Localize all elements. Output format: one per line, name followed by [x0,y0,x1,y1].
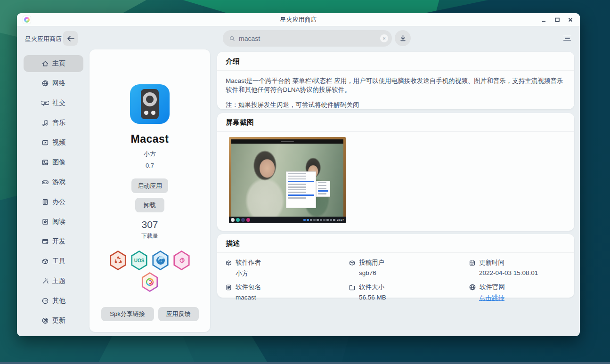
uninstall-button[interactable]: 卸载 [135,198,164,212]
search-input[interactable] [239,35,380,42]
app-version: 0.7 [146,162,154,169]
video-icon [41,139,49,146]
hamburger-menu-icon[interactable] [560,31,575,45]
globe-icon [41,80,49,87]
launch-app-button[interactable]: 启动应用 [131,178,168,193]
detail-item: 软件官网点击跳转 [469,283,566,302]
close-button[interactable] [565,14,576,25]
download-manager-button[interactable] [395,30,411,46]
minimize-button[interactable] [538,14,550,25]
divider [217,131,574,132]
intro-title: 介绍 [217,52,574,70]
image-icon [41,159,49,166]
window-title: 星火应用商店 [17,16,580,24]
sidebar-item-game[interactable]: 游戏 [24,174,83,191]
website-link[interactable]: 点击跳转 [479,294,566,302]
uos-distro-badge: UOS [130,251,148,270]
detail-item: 软件包名macast [225,283,349,302]
sidebar-item-label: 视频 [52,138,65,147]
spk-share-link-button[interactable]: Spk分享链接 [101,307,154,321]
sidebar-item-label: 办公 [52,198,65,206]
sidebar-item-read[interactable]: 阅读 [24,213,83,230]
sidebar-item-other[interactable]: 其他 [24,292,83,309]
screenshot-thumbnail[interactable]: 23:27 [229,137,346,223]
sidebar-item-office[interactable]: 办公 [24,194,83,210]
develop-icon [41,238,49,245]
sidebar-item-label: 主题 [52,277,65,285]
maximize-button[interactable] [552,14,563,25]
intro-card: 介绍 Macast是一个跨平台的 菜单栏\状态栏 应用，用户可以使用电脑接收发送… [217,52,574,109]
sidebar-item-video[interactable]: 视频 [24,134,83,151]
calendar-icon [469,259,476,267]
store-name-label: 星火应用商店 [25,35,62,43]
sidebar-item-home[interactable]: 主页 [24,55,83,72]
home-icon [41,60,49,67]
sidebar-item-globe[interactable]: 网络 [24,75,83,92]
detail-value: 56.56 MB [359,294,469,301]
description-title: 描述 [217,234,574,252]
document-icon [225,284,232,291]
read-icon [41,218,49,226]
clear-search-icon[interactable]: ✕ [380,34,388,42]
sidebar-item-label: 主页 [52,59,65,68]
thumb-context-submenu [316,181,330,197]
back-button[interactable] [63,31,78,46]
titlebar[interactable]: 星火应用商店 [17,13,580,26]
detail-label: 软件作者 [236,259,261,267]
thumb-context-menu [286,171,316,208]
office-icon [41,198,49,206]
spark-store-logo-icon [23,16,31,24]
sidebar-item-develop[interactable]: 开发 [24,233,83,250]
sidebar-item-tools[interactable]: 工具 [24,253,83,270]
sidebar-item-label: 社交 [52,99,65,107]
search-bar[interactable]: ✕ [223,30,392,47]
sidebar-item-label: 阅读 [52,218,65,226]
detail-label: 软件包名 [236,283,261,291]
sidebar-item-label: 网络 [52,79,65,88]
intro-note: 注：如果投屏发生闪退，可尝试将硬件解码关闭 [217,94,574,109]
package-icon [225,259,232,267]
description-grid: 软件作者小方投稿用户sgb76更新时间2022-04-03 15:08:01软件… [217,253,574,302]
globe-icon [469,283,476,291]
detail-label: 软件大小 [359,283,384,291]
distro-badges: UOS [109,251,191,292]
app-store-window: 星火应用商店 星火应用商店 ✕ [17,13,580,336]
detail-value: 小方 [236,269,349,278]
ubuntu-distro-badge [109,251,127,270]
sidebar-nav: 主页网络社交音乐视频图像游戏办公阅读开发工具主题其他更新 [24,55,83,329]
update-icon [41,317,49,324]
sidebar-item-label: 音乐 [52,119,65,127]
app-feedback-button[interactable]: 应用反馈 [158,307,199,321]
screenshots-card: 屏幕截图 23:27 [217,113,574,231]
detail-value: 2022-04-03 15:08:01 [479,269,566,276]
detail-label: 软件官网 [480,283,505,291]
detail-item: 软件大小56.56 MB [349,283,469,302]
sidebar-item-label: 其他 [52,297,65,305]
sidebar-item-music[interactable]: 音乐 [24,114,83,131]
detail-item: 软件作者小方 [225,259,349,278]
macast-app-icon [130,84,170,124]
other-icon [41,297,49,305]
sidebar-item-theme[interactable]: 主题 [24,273,83,290]
sidebar-item-label: 工具 [52,257,65,266]
folder-icon [349,284,356,291]
thumb-player-titlebar [231,139,343,144]
package-icon [349,259,356,267]
tools-icon [41,258,49,265]
sidebar-item-update[interactable]: 更新 [24,312,83,329]
screen-bottom-edge [0,362,610,364]
intro-paragraph: Macast是一个跨平台的 菜单栏\状态栏 应用，用户可以使用电脑接收发送自手机… [217,71,574,94]
download-icon [399,34,407,42]
sidebar-item-chat[interactable]: 社交 [24,95,83,112]
app-author: 小方 [144,150,156,158]
download-count: 307 [141,219,158,230]
app-info-panel: Macast 小方 0.7 启动应用 卸载 307 下载量 UOS Spk分享链… [89,49,210,332]
app-name: Macast [131,133,169,146]
thumb-taskbar: 23:27 [229,217,346,223]
theme-icon [41,277,49,285]
desktop-wallpaper: 星火应用商店 星火应用商店 ✕ [0,0,610,364]
detail-label: 更新时间 [479,259,504,267]
detail-value: sgb76 [359,269,469,276]
sidebar-item-image[interactable]: 图像 [24,154,83,171]
detail-item: 投稿用户sgb76 [349,259,469,278]
